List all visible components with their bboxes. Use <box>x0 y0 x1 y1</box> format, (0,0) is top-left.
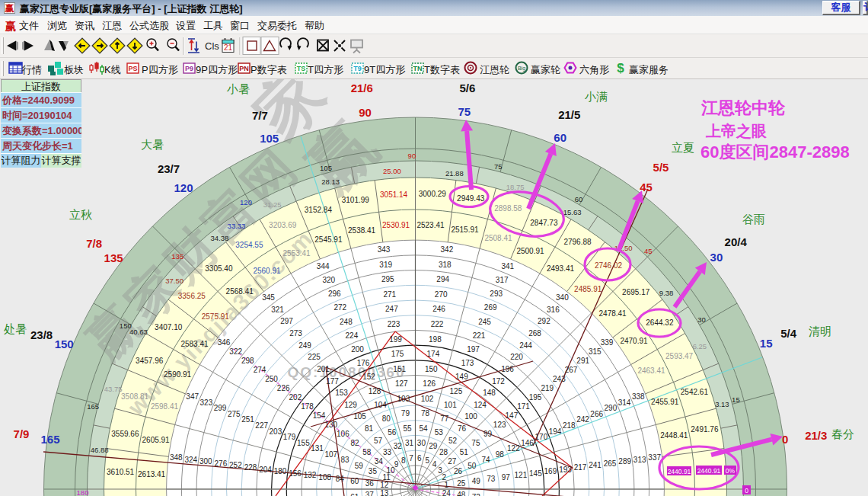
svg-text:243: 243 <box>553 375 566 383</box>
svg-text:7: 7 <box>409 454 413 462</box>
svg-text:265: 265 <box>604 459 617 468</box>
svg-text:3051.14: 3051.14 <box>380 190 408 199</box>
svg-text:276: 276 <box>215 459 228 468</box>
svg-text:3254.55: 3254.55 <box>235 241 263 249</box>
svg-text:3457.96: 3457.96 <box>136 357 164 365</box>
svg-text:75: 75 <box>494 162 503 171</box>
svg-text:345: 345 <box>262 293 275 302</box>
svg-text:大暑: 大暑 <box>141 138 164 151</box>
svg-text:2542.61: 2542.61 <box>681 388 709 396</box>
svg-text:155: 155 <box>297 439 310 447</box>
svg-text:83: 83 <box>340 456 349 464</box>
svg-text:23/7: 23/7 <box>158 162 180 175</box>
svg-text:269: 269 <box>484 303 497 312</box>
svg-text:37.50: 37.50 <box>165 277 183 285</box>
svg-text:2545.91: 2545.91 <box>314 235 343 244</box>
svg-text:296: 296 <box>328 290 341 298</box>
svg-text:25: 25 <box>457 479 466 488</box>
svg-text:2508.41: 2508.41 <box>484 234 512 242</box>
svg-text:99: 99 <box>483 430 493 438</box>
svg-text:2746.02: 2746.02 <box>595 261 623 270</box>
svg-text:37: 37 <box>365 491 375 496</box>
svg-text:1: 1 <box>444 481 448 489</box>
svg-text:21/5: 21/5 <box>558 108 580 121</box>
svg-text:196: 196 <box>501 365 514 373</box>
svg-text:322: 322 <box>229 347 242 356</box>
svg-text:2440.91: 2440.91 <box>668 468 691 475</box>
svg-text:165: 165 <box>40 433 59 446</box>
svg-text:204: 204 <box>259 466 272 474</box>
svg-text:PS: PS <box>128 65 137 72</box>
svg-text:20/4: 20/4 <box>725 235 748 248</box>
svg-text:9.38: 9.38 <box>659 289 674 297</box>
svg-text:2491.76: 2491.76 <box>691 425 719 434</box>
svg-text:5/5: 5/5 <box>653 161 669 174</box>
svg-text:173: 173 <box>461 359 474 367</box>
svg-text:55: 55 <box>403 424 412 433</box>
svg-text:3356.25: 3356.25 <box>178 292 206 300</box>
svg-text:2847.73: 2847.73 <box>530 219 558 227</box>
svg-text:290: 290 <box>605 404 617 412</box>
svg-text:289: 289 <box>618 457 631 466</box>
svg-text:165: 165 <box>87 402 99 411</box>
svg-text:175: 175 <box>391 350 404 358</box>
svg-text:3101.99: 3101.99 <box>342 196 370 204</box>
svg-text:244: 244 <box>519 341 532 350</box>
svg-text:3152.84: 3152.84 <box>305 206 333 214</box>
svg-text:120: 120 <box>174 181 193 194</box>
svg-text:PN: PN <box>239 65 249 72</box>
svg-text:272: 272 <box>333 303 346 312</box>
svg-text:106: 106 <box>337 430 349 438</box>
svg-text:3203.69: 3203.69 <box>269 221 297 229</box>
svg-text:15.63: 15.63 <box>563 208 582 216</box>
svg-text:18.75: 18.75 <box>506 183 525 191</box>
svg-text:172: 172 <box>492 377 505 386</box>
svg-text:273: 273 <box>289 329 302 338</box>
svg-text:23/8: 23/8 <box>30 328 53 341</box>
svg-text:294: 294 <box>436 275 449 283</box>
svg-text:春分: 春分 <box>831 427 854 440</box>
svg-text:3.13: 3.13 <box>715 400 729 408</box>
svg-text:90: 90 <box>359 106 372 119</box>
svg-text:34: 34 <box>375 457 384 466</box>
svg-text:242: 242 <box>576 415 589 424</box>
svg-text:6.25: 6.25 <box>693 342 707 350</box>
svg-text:5: 5 <box>425 456 429 465</box>
svg-text:75: 75 <box>458 105 471 118</box>
svg-text:104: 104 <box>374 401 387 409</box>
svg-text:100: 100 <box>464 412 477 421</box>
svg-text:7/8: 7/8 <box>86 237 102 250</box>
svg-text:105: 105 <box>320 164 332 172</box>
svg-text:31.25: 31.25 <box>263 200 282 209</box>
svg-text:QQ:100800360: QQ:100800360 <box>288 364 406 380</box>
svg-text:90: 90 <box>408 152 416 160</box>
svg-text:299: 299 <box>214 404 227 412</box>
svg-text:29: 29 <box>429 442 438 450</box>
svg-text:217: 217 <box>574 463 587 472</box>
svg-text:224: 224 <box>346 331 359 340</box>
svg-text:小满: 小满 <box>584 90 608 103</box>
svg-text:TS: TS <box>297 65 306 72</box>
svg-text:$: $ <box>617 61 624 75</box>
svg-text:194: 194 <box>549 427 562 436</box>
svg-text:295: 295 <box>381 275 394 283</box>
svg-text:2538.41: 2538.41 <box>348 226 376 235</box>
svg-text:Big: Big <box>518 66 525 72</box>
svg-text:156: 156 <box>289 469 302 478</box>
svg-text:51: 51 <box>460 448 469 456</box>
svg-text:176: 176 <box>357 359 370 367</box>
svg-text:30: 30 <box>697 315 706 324</box>
svg-text:171: 171 <box>517 402 530 411</box>
svg-text:3610.51: 3610.51 <box>107 468 135 476</box>
svg-text:40.63: 40.63 <box>129 328 148 336</box>
svg-text:101: 101 <box>444 401 457 409</box>
svg-text:72: 72 <box>472 493 481 496</box>
svg-text:344: 344 <box>317 262 330 270</box>
svg-text:174: 174 <box>427 350 440 358</box>
svg-text:275: 275 <box>228 410 241 418</box>
svg-text:60: 60 <box>350 477 359 485</box>
svg-text:169: 169 <box>544 467 557 475</box>
svg-text:313: 313 <box>633 456 646 464</box>
svg-text:60: 60 <box>575 195 583 203</box>
svg-text:315: 315 <box>589 347 602 356</box>
